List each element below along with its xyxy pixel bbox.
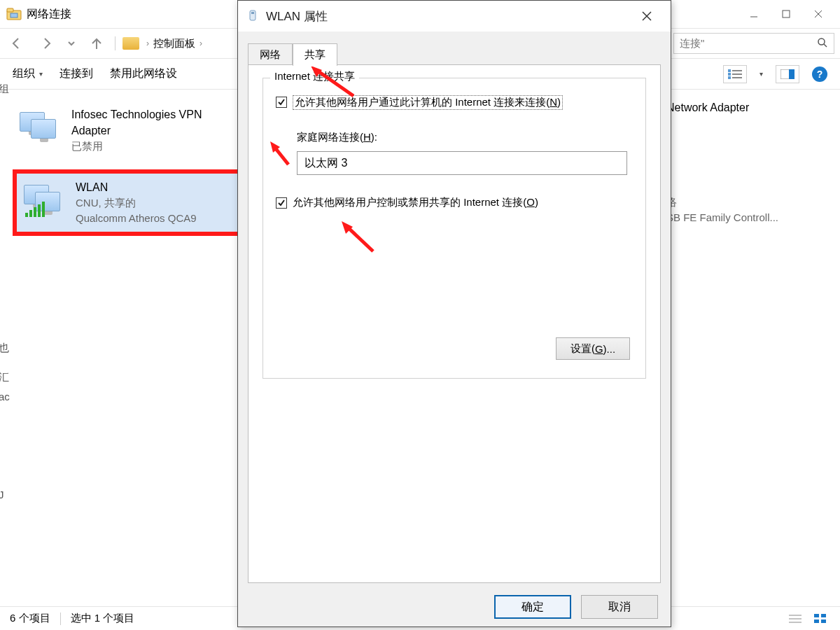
- details-view-button[interactable]: [785, 611, 805, 626]
- tiles-view-button[interactable]: [811, 611, 830, 626]
- svg-rect-15: [732, 77, 742, 78]
- help-button[interactable]: ?: [812, 66, 827, 82]
- chevron-down-icon[interactable]: ▾: [760, 70, 763, 78]
- chevron-down-icon: ▾: [39, 70, 43, 78]
- recent-dropdown[interactable]: [64, 32, 78, 55]
- connection-line2: CNU, 共享的: [76, 195, 197, 211]
- connection-item-right1[interactable]: Network Adapter: [666, 99, 827, 115]
- window-title: 网络连接: [27, 7, 71, 22]
- connection-line2: 络: [666, 195, 827, 210]
- edge-fragment: 也: [0, 342, 9, 355]
- dialog-title: WLAN 属性: [266, 8, 328, 24]
- tab-strip: 网络 共享: [248, 41, 661, 65]
- view-layout-button[interactable]: [723, 65, 747, 83]
- back-button[interactable]: [6, 32, 28, 55]
- tab-page-share: Internet 连接共享 允许其他网络用户通过此计算机的 Internet 连…: [248, 65, 661, 583]
- allow-others-checkbox[interactable]: [276, 97, 287, 108]
- allow-control-checkbox[interactable]: [276, 197, 287, 209]
- breadcrumb[interactable]: › 控制面板 ›: [122, 37, 202, 50]
- svg-rect-21: [814, 614, 819, 617]
- edge-fragment: J: [0, 489, 4, 500]
- connection-name: Infosec Technologies VPN: [71, 106, 202, 122]
- svg-rect-11: [732, 70, 742, 71]
- wlan-properties-dialog: WLAN 属性 网络 共享 Internet 连接共享 允许其他网络用户通过此计…: [237, 0, 671, 627]
- disable-device-button[interactable]: 禁用此网络设: [110, 66, 177, 81]
- list-view-icon: [728, 69, 742, 79]
- svg-line-9: [824, 44, 827, 47]
- breadcrumb-root[interactable]: 控制面板: [153, 37, 195, 50]
- edge-fragment: 组: [0, 83, 9, 96]
- dialog-titlebar: WLAN 属性: [238, 1, 671, 31]
- connection-name: WLAN: [76, 179, 197, 195]
- edge-fragment: 汇: [0, 371, 9, 384]
- separator: [115, 36, 115, 50]
- up-button[interactable]: [85, 32, 108, 55]
- connect-to-button[interactable]: 连接到: [59, 66, 93, 81]
- edge-fragment: ac: [0, 391, 10, 402]
- allow-control-label: 允许其他网络用户控制或禁用共享的 Internet 连接(O): [293, 196, 538, 209]
- window-controls: [738, 3, 834, 25]
- svg-rect-2: [10, 13, 18, 18]
- svg-rect-26: [251, 12, 254, 14]
- tab-share[interactable]: 共享: [293, 43, 337, 66]
- network-folder-icon: [6, 8, 22, 20]
- svg-rect-10: [728, 69, 731, 72]
- organize-menu[interactable]: 组织▾: [13, 66, 43, 81]
- minimize-button[interactable]: [738, 3, 770, 25]
- wifi-adapter-icon: [24, 179, 66, 216]
- connection-status: 已禁用: [71, 139, 202, 154]
- forward-button[interactable]: [35, 32, 57, 55]
- chevron-right-icon: ›: [200, 38, 202, 48]
- svg-rect-22: [821, 614, 826, 617]
- svg-rect-4: [783, 10, 790, 18]
- connection-line2: Adapter: [71, 122, 202, 139]
- svg-rect-14: [728, 76, 731, 79]
- home-connection-label: 家庭网络连接(H):: [297, 131, 633, 144]
- allow-others-label: 允许其他网络用户通过此计算机的 Internet 连接来连接(N): [293, 95, 563, 110]
- svg-rect-23: [814, 620, 819, 623]
- svg-rect-1: [7, 8, 13, 12]
- breadcrumb-icon: [122, 37, 139, 50]
- search-input[interactable]: 连接": [673, 33, 834, 54]
- connection-item-right2[interactable]: 络 SB FE Family Controll...: [666, 195, 827, 225]
- adapter-small-icon: [246, 8, 259, 24]
- maximize-button[interactable]: [770, 3, 802, 25]
- close-button[interactable]: [802, 3, 834, 25]
- dialog-close-button[interactable]: [631, 1, 662, 31]
- connection-name: Network Adapter: [666, 99, 827, 115]
- groupbox-legend: Internet 连接共享: [270, 70, 359, 83]
- svg-point-8: [818, 38, 825, 45]
- search-icon[interactable]: [817, 37, 828, 50]
- connection-device: Qualcomm Atheros QCA9: [76, 211, 197, 226]
- svg-rect-12: [728, 73, 731, 76]
- dialog-body: 网络 共享 Internet 连接共享 允许其他网络用户通过此计算机的 Inte…: [238, 31, 671, 587]
- separator: [60, 612, 61, 625]
- connection-item-wlan[interactable]: WLAN CNU, 共享的 Qualcomm Atheros QCA9: [13, 169, 251, 236]
- ics-groupbox: Internet 连接共享 允许其他网络用户通过此计算机的 Internet 连…: [262, 78, 646, 379]
- search-placeholder: 连接": [680, 37, 704, 50]
- chevron-right-icon: ›: [146, 38, 149, 48]
- settings-button[interactable]: 设置(G)...: [556, 337, 630, 360]
- preview-pane-icon: [780, 69, 794, 79]
- selection-count: 选中 1 个项目: [71, 612, 135, 625]
- item-count: 6 个项目: [10, 612, 50, 625]
- svg-rect-24: [821, 620, 826, 623]
- adapter-icon: [20, 106, 62, 143]
- svg-rect-17: [789, 69, 794, 79]
- connection-device: SB FE Family Controll...: [666, 210, 827, 225]
- home-connection-combo[interactable]: 以太网 3: [297, 151, 627, 175]
- cancel-button[interactable]: 取消: [581, 595, 658, 619]
- ok-button[interactable]: 确定: [494, 595, 571, 619]
- tab-network[interactable]: 网络: [248, 43, 293, 66]
- connection-item-vpn[interactable]: Infosec Technologies VPN Adapter 已禁用: [13, 101, 251, 160]
- preview-pane-button[interactable]: [776, 65, 799, 83]
- svg-rect-13: [732, 74, 742, 75]
- dialog-button-row: 确定 取消: [238, 587, 671, 626]
